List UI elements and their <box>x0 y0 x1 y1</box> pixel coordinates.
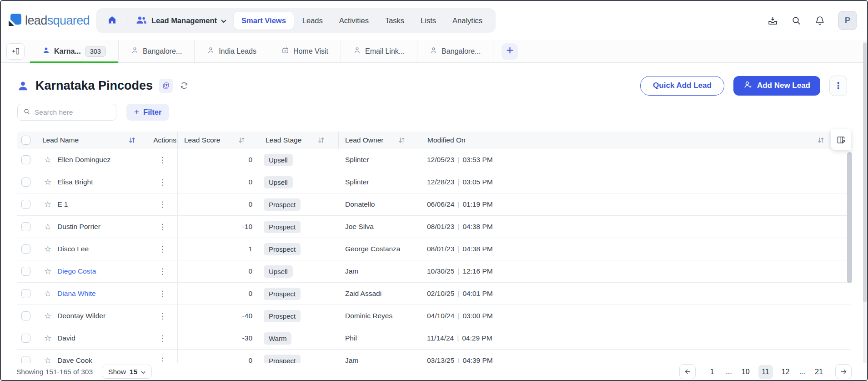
view-tab-india-leads[interactable]: India Leads <box>195 40 269 62</box>
search-input[interactable] <box>35 108 110 117</box>
sort-icon[interactable] <box>318 137 325 143</box>
leadsquared-app: leadsquared Lead Management Smart Views … <box>0 0 868 381</box>
lead-name[interactable]: David <box>57 334 75 342</box>
nav-item-activities[interactable]: Activities <box>331 12 376 30</box>
star-icon[interactable]: ☆ <box>44 200 51 208</box>
workspace-selector[interactable]: Lead Management <box>132 15 233 26</box>
page-number-10[interactable]: 10 <box>738 365 753 379</box>
star-icon[interactable]: ☆ <box>44 223 51 231</box>
star-icon[interactable]: ☆ <box>44 178 51 186</box>
calendar-icon <box>281 46 289 56</box>
star-icon[interactable]: ☆ <box>44 290 51 298</box>
lead-owner: Donatello <box>338 193 419 215</box>
lead-name[interactable]: Diego Costa <box>57 267 96 275</box>
chevron-down-icon <box>221 16 226 25</box>
lead-stage-badge: Prospect <box>264 310 301 322</box>
lead-name[interactable]: Elisa Bright <box>57 178 93 186</box>
page-number-21[interactable]: 21 <box>812 365 826 379</box>
lead-stage-badge: Prospect <box>264 288 301 300</box>
view-copy-filter-icon[interactable] <box>159 79 173 93</box>
view-tab-karnataka[interactable]: Karna... 303 <box>30 40 119 62</box>
table-row: ☆Elisa Bright ⋮ 0 Upsell Splinter 12/28/… <box>17 171 851 193</box>
modified-on: 11/14/24|04:29 PM <box>419 327 851 349</box>
nav-item-lists[interactable]: Lists <box>413 12 444 30</box>
lead-name[interactable]: Ellen Dominguez <box>57 156 110 164</box>
view-tab-home-visit[interactable]: Home Visit <box>269 40 341 62</box>
row-actions-menu-icon[interactable]: ⋮ <box>159 244 166 254</box>
inbox-download-icon[interactable] <box>767 15 778 26</box>
filter-button[interactable]: + Filter <box>126 104 169 121</box>
table-body: ☆Ellen Dominguez ⋮ 0 Upsell Splinter 12/… <box>17 149 851 380</box>
lead-score: 1 <box>177 238 259 260</box>
row-checkbox[interactable] <box>21 222 30 231</box>
column-header-lead-stage[interactable]: Lead Stage <box>266 136 301 144</box>
avatar[interactable]: P <box>838 11 857 30</box>
row-actions-menu-icon[interactable]: ⋮ <box>159 267 166 276</box>
sort-icon[interactable] <box>129 137 135 143</box>
topbar-right: P <box>767 11 857 30</box>
row-actions-menu-icon[interactable]: ⋮ <box>159 178 166 187</box>
quick-add-lead-button[interactable]: Quick Add Lead <box>640 76 724 96</box>
row-actions-menu-icon[interactable]: ⋮ <box>159 222 166 232</box>
lead-owner: Dominic Reyes <box>338 305 419 327</box>
row-checkbox[interactable] <box>21 200 30 209</box>
view-tab-bangalore-1[interactable]: Bangalore... <box>119 40 195 62</box>
lead-name[interactable]: Dustin Porrier <box>57 223 100 231</box>
page-number-12[interactable]: 12 <box>778 365 793 379</box>
arrow-right-icon[interactable] <box>835 364 852 379</box>
leadsquared-logo[interactable]: leadsquared <box>8 13 90 28</box>
add-view-tab-button[interactable] <box>502 43 518 60</box>
nav-item-tasks[interactable]: Tasks <box>377 12 412 30</box>
page-number-1[interactable]: 1 <box>705 365 719 379</box>
sort-icon[interactable] <box>398 137 405 143</box>
select-all-checkbox[interactable] <box>21 136 30 145</box>
view-tab-label: Karna... <box>54 47 81 56</box>
edit-columns-icon[interactable] <box>831 129 851 150</box>
window-scrollbar-thumb[interactable] <box>863 43 867 302</box>
row-actions-menu-icon[interactable]: ⋮ <box>159 155 166 165</box>
page-number-11-current[interactable]: 11 <box>758 365 773 379</box>
modified-on: 12/28/23|03:05 PM <box>419 171 851 193</box>
lead-name[interactable]: E 1 <box>57 200 68 208</box>
row-checkbox[interactable] <box>21 334 30 343</box>
star-icon[interactable]: ☆ <box>44 267 51 275</box>
star-icon[interactable]: ☆ <box>44 312 51 320</box>
row-actions-menu-icon[interactable]: ⋮ <box>159 200 166 209</box>
column-header-modified-on[interactable]: Modified On <box>427 136 466 144</box>
row-checkbox[interactable] <box>21 289 30 298</box>
bell-icon[interactable] <box>814 15 825 26</box>
row-checkbox[interactable] <box>21 155 30 164</box>
column-header-lead-owner[interactable]: Lead Owner <box>345 136 383 144</box>
refresh-icon[interactable] <box>180 81 189 90</box>
star-icon[interactable]: ☆ <box>44 156 51 164</box>
sort-icon[interactable] <box>818 137 824 143</box>
column-header-lead-name[interactable]: Lead Name <box>42 136 79 144</box>
home-nav-button[interactable] <box>101 12 122 29</box>
kebab-menu-icon[interactable]: ⋮ <box>829 76 847 96</box>
lead-name[interactable]: Disco Lee <box>57 245 89 253</box>
row-actions-menu-icon[interactable]: ⋮ <box>159 289 166 299</box>
row-checkbox[interactable] <box>21 311 30 320</box>
column-header-lead-score[interactable]: Lead Score <box>184 136 220 144</box>
nav-item-analytics[interactable]: Analytics <box>445 12 490 30</box>
page-size-dropdown[interactable]: Show 15 <box>102 365 152 379</box>
add-new-lead-button[interactable]: Add New Lead <box>733 76 820 96</box>
lead-name[interactable]: Diana White <box>57 290 95 298</box>
row-actions-menu-icon[interactable]: ⋮ <box>159 311 166 321</box>
row-checkbox[interactable] <box>21 244 30 254</box>
row-checkbox[interactable] <box>21 178 30 187</box>
sort-icon[interactable] <box>238 137 245 143</box>
row-actions-menu-icon[interactable]: ⋮ <box>159 334 166 343</box>
star-icon[interactable]: ☆ <box>44 245 51 253</box>
star-icon[interactable]: ☆ <box>44 334 51 342</box>
view-tab-bangalore-2[interactable]: Bangalore... <box>417 40 493 62</box>
arrow-left-icon[interactable] <box>679 364 696 379</box>
collapse-panel-icon[interactable] <box>6 43 25 60</box>
search-icon[interactable] <box>791 15 802 26</box>
row-checkbox[interactable] <box>21 267 30 276</box>
nav-item-leads[interactable]: Leads <box>295 12 331 30</box>
nav-item-smart-views[interactable]: Smart Views <box>234 12 294 30</box>
lead-name[interactable]: Deontay Wilder <box>57 312 105 320</box>
table-scrollbar-thumb[interactable] <box>847 152 852 283</box>
view-tab-email-link[interactable]: Email Link... <box>341 40 417 62</box>
